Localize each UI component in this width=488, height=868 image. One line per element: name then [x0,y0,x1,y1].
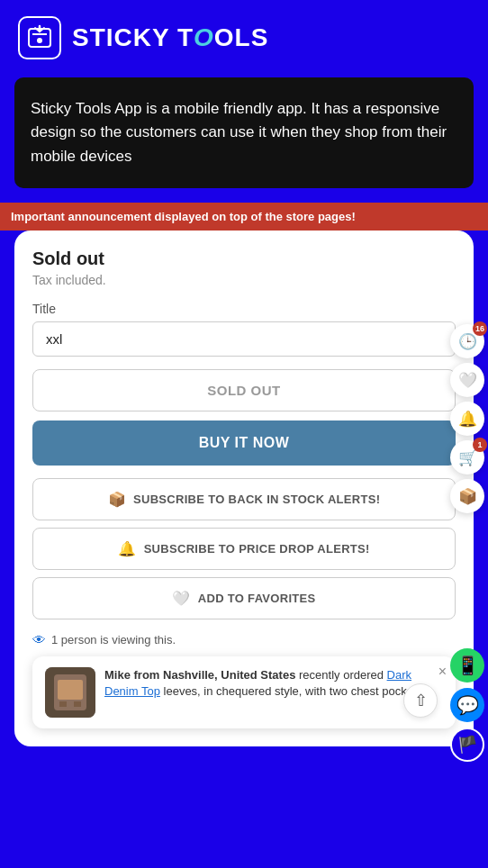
wishlist-button[interactable]: 🤍 [450,363,484,397]
subscribe-stock-icon: 📦 [108,491,126,508]
title-input[interactable] [32,321,456,357]
flag-icon: 🏴 [457,735,477,755]
product-status: Sold out [32,249,456,269]
messenger-icon: 💬 [456,694,479,716]
viewing-badge: 👁 1 person is viewing this. [32,632,456,647]
viewing-text: 1 person is viewing this. [51,633,176,646]
notification-thumbnail [45,667,95,718]
notification-popup: Mike from Nashville, United States recen… [32,656,456,728]
description-box: Sticky Tools App is a mobile friendly ap… [14,77,474,188]
description-text: Sticky Tools App is a mobile friendly ap… [31,97,457,168]
notification-name: Mike from Nashville, United States [104,668,295,682]
app-name: STICKY TOOLS [72,23,268,52]
flag-button[interactable]: 🏴 [450,728,484,762]
package-button[interactable]: 📦 [450,479,484,513]
scroll-up-button[interactable]: ⇧ [403,683,438,718]
bell-icon: 🔔 [458,410,477,429]
buy-now-button[interactable]: BUY IT NOW [32,420,456,466]
svg-rect-11 [74,701,81,707]
notification-action: recently ordered [299,668,387,682]
sold-out-button: SOLD OUT [32,369,456,411]
cart-icon: 🛒 [458,448,477,467]
subscribe-price-label: SUBSCRIBE TO PRICE DROP ALERTS! [144,542,370,556]
notification-desc: leeves, in chequered style, with two che… [164,684,426,698]
notification-text: Mike from Nashville, United States recen… [104,667,443,700]
subscribe-stock-button[interactable]: 📦 SUBSCRIBE TO BACK IN STOCK ALERTS! [32,478,456,520]
package-icon: 📦 [458,487,477,506]
history-icon: 🕒 [458,332,477,351]
messenger-button[interactable]: 💬 [450,688,484,722]
tax-info: Tax included. [32,273,456,287]
notifications-button[interactable]: 🔔 [450,402,484,436]
favorites-icon: 🤍 [172,590,190,607]
app-header: STICKY TOOLS [0,0,488,70]
cart-badge: 1 [473,438,487,452]
logo-icon [18,16,61,59]
notification-close-button[interactable]: × [438,664,447,680]
title-field-label: Title [32,302,456,316]
eye-icon: 👁 [32,632,46,647]
chevron-up-icon: ⇧ [414,691,428,710]
subscribe-stock-label: SUBSCRIBE TO BACK IN STOCK ALERTS! [133,493,380,506]
svg-rect-9 [58,680,83,700]
announcement-text: Important announcement displayed on top … [11,210,356,223]
whatsapp-icon: 📱 [456,655,479,676]
history-button[interactable]: 🕒 16 [450,324,484,358]
whatsapp-button[interactable]: 📱 [450,648,484,683]
subscribe-price-button[interactable]: 🔔 SUBSCRIBE TO PRICE DROP ALERTS! [32,528,456,570]
add-favorites-button[interactable]: 🤍 ADD TO FAVORITES [32,577,456,619]
announcement-banner: Important announcement displayed on top … [0,203,488,231]
cart-button[interactable]: 🛒 1 [450,440,484,475]
svg-rect-10 [59,701,67,707]
product-card: Sold out Tax included. Title SOLD OUT BU… [14,231,474,746]
svg-point-3 [37,38,42,43]
heart-icon: 🤍 [458,371,477,390]
add-favorites-label: ADD TO FAVORITES [198,592,316,605]
subscribe-price-icon: 🔔 [118,540,136,557]
history-badge: 16 [473,321,487,336]
